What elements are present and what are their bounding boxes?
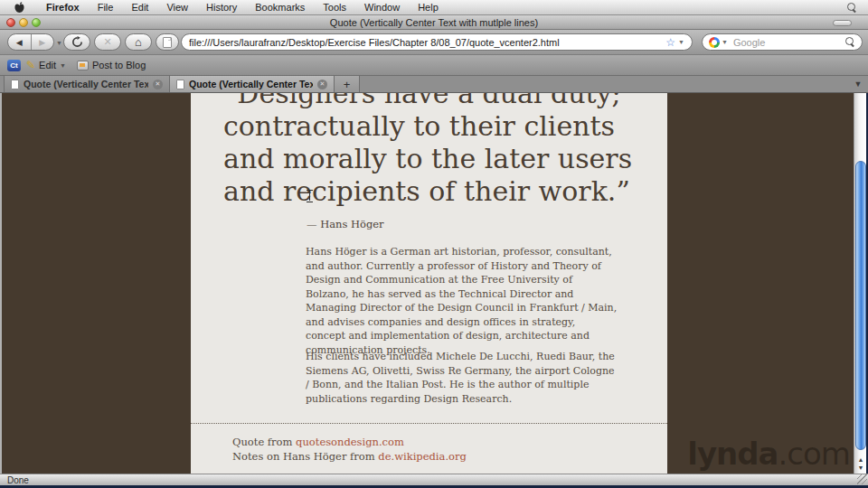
history-dropdown-icon[interactable]: ▼ [56,40,62,46]
reload-icon [71,36,83,48]
menu-view[interactable]: View [157,2,197,13]
page-footer: Quote from quotesondesign.com Notes on H… [191,423,667,464]
bookmark-post-label: Post to Blog [92,60,146,70]
back-forward-buttons: ◀ ▶ [7,33,54,51]
scroll-up-icon[interactable]: ▲ [858,456,864,463]
footer-line-quote-source: Quote from quotesondesign.com [232,435,667,449]
menu-history[interactable]: History [197,2,246,13]
footer-line-notes-source: Notes on Hans Höger from de.wikipedia.or… [232,449,667,464]
footer-text: Quote from [232,436,296,448]
menu-tools[interactable]: Tools [314,2,355,13]
bookmark-edit-label: Edit [39,60,56,70]
browser-viewport: “Designers have a dual duty; contractual… [0,93,866,474]
back-button[interactable]: ◀ [8,38,31,47]
status-bar: Done [0,474,868,485]
stop-button[interactable]: ✕ [94,33,121,51]
footer-text: Notes on Hans Höger from [232,450,378,463]
scroll-down-icon[interactable]: ▼ [858,465,864,471]
tab-quote-vcenter[interactable]: Quote (Vertically Center Text) ✕ [4,76,170,92]
tab-label: Quote (Vertically Center Text) [24,79,148,89]
quote-line: contractually to their clients [223,110,642,143]
menu-edit[interactable]: Edit [122,2,157,13]
quote-line: and morally to the later users [223,143,642,175]
google-engine-icon[interactable] [709,37,720,48]
scrollbar-thumb[interactable] [855,161,866,450]
tab-quote-vcenter2-active[interactable]: Quote (Vertically Center Text w… ✕ [170,76,335,92]
bio-paragraph: His clients have included Michele De Luc… [306,350,618,406]
pencil-icon: ✎ [26,59,35,71]
reload-button[interactable] [63,33,90,51]
tab-page-icon [176,80,184,89]
watermark-brand: lynda [687,436,778,472]
navigation-toolbar: ◀ ▶ ▼ ✕ ⌂ file:///Users/laurafranz/Deskt… [0,30,868,55]
menu-file[interactable]: File [89,2,123,13]
mac-menu-bar: Firefox File Edit View History Bookmarks… [0,0,868,15]
tab-label: Quote (Vertically Center Text w… [189,79,313,89]
forward-button[interactable]: ▶ [32,38,54,47]
page-proxy-chip[interactable] [156,33,179,51]
wikipedia-link[interactable]: de.wikipedia.org [378,450,467,463]
menu-help[interactable]: Help [409,2,448,13]
location-dropdown-icon[interactable]: ▼ [678,39,684,45]
search-go-icon[interactable] [845,37,855,47]
tab-page-icon [11,80,19,89]
window-title: Quote (Vertically Center Text with mutlp… [0,17,868,28]
resize-grip[interactable] [857,474,867,484]
watermark-tld: .com [778,436,850,472]
search-placeholder[interactable]: Google [733,37,845,48]
apple-menu-icon[interactable] [14,2,24,14]
tab-close-icon[interactable]: ✕ [153,80,163,89]
window-title-bar: Quote (Vertically Center Text with mutlp… [0,15,868,30]
text-cursor [306,190,314,202]
scrollbar-arrows: ▲ ▼ [854,437,866,474]
web-search-box[interactable]: ▼ Google [702,33,863,51]
lynda-watermark: lynda.com [687,436,850,472]
tab-bar: Quote (Vertically Center Text) ✕ Quote (… [0,76,868,93]
vertical-scrollbar[interactable]: ▲ ▼ [854,93,866,474]
page-icon [163,37,172,48]
location-bar[interactable]: file:///Users/laurafranz/Desktop/Exercis… [181,33,693,51]
quote-attribution: — Hans Höger [307,218,384,230]
bookmark-star-icon[interactable]: ☆ [665,36,675,49]
edit-dropdown-icon: ▼ [60,62,66,69]
bookmarks-toolbar: Ct ✎ Edit ▼ Post to Blog [0,55,868,76]
bookmark-post-to-blog[interactable]: Post to Blog [71,60,151,70]
tab-close-icon[interactable]: ✕ [317,80,327,89]
blog-icon [77,61,89,70]
new-tab-button[interactable]: + [335,76,360,92]
toolbar-toggle-pill[interactable] [833,20,852,26]
menu-bookmarks[interactable]: Bookmarks [246,2,314,13]
home-icon: ⌂ [135,35,142,49]
ct-bookmark-icon[interactable]: Ct [7,60,21,71]
status-text: Done [7,475,29,485]
search-engine-dropdown-icon[interactable]: ▼ [722,39,728,45]
stop-icon: ✕ [103,36,111,48]
page-content-column: “Designers have a dual duty; contractual… [191,93,667,474]
menu-firefox[interactable]: Firefox [37,2,89,13]
bio-paragraph: Hans Höger is a German art historian, pr… [306,245,618,357]
blockquote: “Designers have a dual duty; contractual… [223,93,642,208]
quote-line: “Designers have a dual duty; [223,93,642,110]
menu-window[interactable]: Window [355,2,409,13]
home-button[interactable]: ⌂ [125,33,152,51]
quote-line: and recipients of their work.” [223,175,642,208]
quotesondesign-link[interactable]: quotesondesign.com [296,436,404,448]
list-all-tabs-icon[interactable]: ▼ [848,76,868,92]
url-text[interactable]: file:///Users/laurafranz/Desktop/Exercis… [189,37,660,48]
spotlight-search-icon[interactable] [847,3,857,13]
bookmark-edit[interactable]: ✎ Edit ▼ [21,59,71,71]
